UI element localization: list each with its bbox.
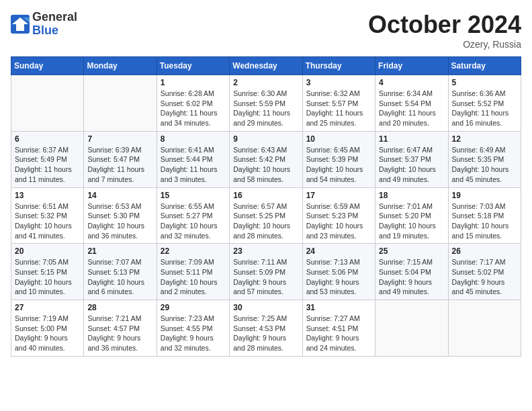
day-info: Sunrise: 6:51 AMSunset: 5:32 PMDaylight:… (15, 201, 80, 241)
day-number: 27 (15, 303, 80, 312)
day-info: Sunrise: 7:07 AMSunset: 5:13 PMDaylight:… (87, 257, 152, 297)
day-number: 4 (379, 78, 444, 87)
day-number: 23 (233, 246, 298, 256)
day-number: 6 (15, 134, 80, 144)
day-info: Sunrise: 6:32 AMSunset: 5:57 PMDaylight:… (306, 89, 371, 128)
weekday-header: Thursday (302, 57, 375, 75)
day-info: Sunrise: 6:55 AMSunset: 5:27 PMDaylight:… (161, 201, 226, 241)
day-info: Sunrise: 6:47 AMSunset: 5:37 PMDaylight:… (379, 145, 444, 185)
location: Ozery, Russia (368, 39, 521, 50)
day-number: 26 (452, 246, 517, 256)
calendar-cell: 6Sunrise: 6:37 AMSunset: 5:49 PMDaylight… (11, 131, 84, 187)
calendar-cell: 25Sunrise: 7:15 AMSunset: 5:04 PMDayligh… (375, 244, 448, 300)
calendar-cell: 9Sunrise: 6:43 AMSunset: 5:42 PMDaylight… (230, 131, 302, 187)
day-number: 17 (306, 191, 371, 200)
calendar-cell: 18Sunrise: 7:01 AMSunset: 5:20 PMDayligh… (375, 187, 448, 244)
day-number: 24 (306, 246, 371, 256)
day-info: Sunrise: 7:03 AMSunset: 5:18 PMDaylight:… (452, 201, 517, 241)
day-number: 1 (161, 78, 226, 87)
weekday-header: Wednesday (230, 57, 302, 75)
calendar-cell: 16Sunrise: 6:57 AMSunset: 5:25 PMDayligh… (230, 187, 302, 244)
weekday-header: Friday (375, 57, 448, 75)
calendar-cell (375, 300, 448, 357)
calendar-cell (448, 300, 521, 357)
calendar-body: 1Sunrise: 6:28 AMSunset: 6:02 PMDaylight… (11, 75, 521, 357)
weekday-header-row: SundayMondayTuesdayWednesdayThursdayFrid… (11, 57, 521, 75)
day-info: Sunrise: 7:27 AMSunset: 4:51 PMDaylight:… (306, 314, 371, 353)
day-info: Sunrise: 7:01 AMSunset: 5:20 PMDaylight:… (379, 201, 444, 241)
calendar-cell: 8Sunrise: 6:41 AMSunset: 5:44 PMDaylight… (157, 131, 229, 187)
calendar-cell: 11Sunrise: 6:47 AMSunset: 5:37 PMDayligh… (375, 131, 448, 187)
day-number: 13 (15, 191, 80, 200)
day-info: Sunrise: 7:25 AMSunset: 4:53 PMDaylight:… (233, 314, 298, 353)
day-number: 16 (233, 191, 298, 200)
day-number: 8 (161, 134, 226, 144)
calendar-cell: 14Sunrise: 6:53 AMSunset: 5:30 PMDayligh… (84, 187, 157, 244)
day-number: 7 (87, 134, 152, 144)
day-number: 31 (306, 303, 371, 312)
day-info: Sunrise: 6:39 AMSunset: 5:47 PMDaylight:… (87, 145, 152, 185)
calendar-table: SundayMondayTuesdayWednesdayThursdayFrid… (11, 56, 521, 357)
day-number: 3 (306, 78, 371, 87)
calendar-cell: 24Sunrise: 7:13 AMSunset: 5:06 PMDayligh… (302, 244, 375, 300)
calendar-cell: 29Sunrise: 7:23 AMSunset: 4:55 PMDayligh… (157, 300, 229, 357)
calendar-cell: 26Sunrise: 7:17 AMSunset: 5:02 PMDayligh… (448, 244, 521, 300)
calendar-cell: 22Sunrise: 7:09 AMSunset: 5:11 PMDayligh… (157, 244, 229, 300)
calendar-cell: 10Sunrise: 6:45 AMSunset: 5:39 PMDayligh… (302, 131, 375, 187)
day-number: 30 (233, 303, 298, 312)
day-number: 25 (379, 246, 444, 256)
day-info: Sunrise: 6:43 AMSunset: 5:42 PMDaylight:… (233, 145, 298, 185)
calendar-cell: 7Sunrise: 6:39 AMSunset: 5:47 PMDaylight… (84, 131, 157, 187)
day-number: 19 (452, 191, 517, 200)
day-info: Sunrise: 7:19 AMSunset: 5:00 PMDaylight:… (15, 314, 80, 353)
calendar-cell: 19Sunrise: 7:03 AMSunset: 5:18 PMDayligh… (448, 187, 521, 244)
day-info: Sunrise: 6:34 AMSunset: 5:54 PMDaylight:… (379, 89, 444, 128)
day-info: Sunrise: 6:45 AMSunset: 5:39 PMDaylight:… (306, 145, 371, 185)
day-info: Sunrise: 7:23 AMSunset: 4:55 PMDaylight:… (161, 314, 226, 353)
day-info: Sunrise: 6:36 AMSunset: 5:52 PMDaylight:… (452, 89, 517, 128)
calendar-cell: 12Sunrise: 6:49 AMSunset: 5:35 PMDayligh… (448, 131, 521, 187)
day-info: Sunrise: 7:17 AMSunset: 5:02 PMDaylight:… (452, 257, 517, 297)
day-number: 2 (233, 78, 298, 87)
day-info: Sunrise: 6:49 AMSunset: 5:35 PMDaylight:… (452, 145, 517, 185)
calendar-cell: 20Sunrise: 7:05 AMSunset: 5:15 PMDayligh… (11, 244, 84, 300)
logo-icon (11, 15, 30, 34)
calendar-week-row: 13Sunrise: 6:51 AMSunset: 5:32 PMDayligh… (11, 187, 521, 244)
day-number: 12 (452, 134, 517, 144)
weekday-header: Monday (84, 57, 157, 75)
day-number: 20 (15, 246, 80, 256)
day-info: Sunrise: 6:53 AMSunset: 5:30 PMDaylight:… (87, 201, 152, 241)
day-info: Sunrise: 6:41 AMSunset: 5:44 PMDaylight:… (161, 145, 226, 185)
day-info: Sunrise: 7:15 AMSunset: 5:04 PMDaylight:… (379, 257, 444, 297)
logo-blue: Blue (32, 24, 77, 38)
day-number: 5 (452, 78, 517, 87)
day-info: Sunrise: 7:09 AMSunset: 5:11 PMDaylight:… (161, 257, 226, 297)
day-info: Sunrise: 6:59 AMSunset: 5:23 PMDaylight:… (306, 201, 371, 241)
calendar-cell: 15Sunrise: 6:55 AMSunset: 5:27 PMDayligh… (157, 187, 229, 244)
calendar-cell: 3Sunrise: 6:32 AMSunset: 5:57 PMDaylight… (302, 75, 375, 132)
day-number: 11 (379, 134, 444, 144)
calendar-cell: 1Sunrise: 6:28 AMSunset: 6:02 PMDaylight… (157, 75, 229, 132)
day-number: 18 (379, 191, 444, 200)
logo-text: General Blue (32, 11, 77, 38)
calendar-week-row: 20Sunrise: 7:05 AMSunset: 5:15 PMDayligh… (11, 244, 521, 300)
day-number: 15 (161, 191, 226, 200)
calendar-cell: 23Sunrise: 7:11 AMSunset: 5:09 PMDayligh… (230, 244, 302, 300)
calendar-cell: 27Sunrise: 7:19 AMSunset: 5:00 PMDayligh… (11, 300, 84, 357)
day-number: 28 (87, 303, 152, 312)
weekday-header: Tuesday (157, 57, 229, 75)
day-number: 29 (161, 303, 226, 312)
calendar-cell: 5Sunrise: 6:36 AMSunset: 5:52 PMDaylight… (448, 75, 521, 132)
day-number: 10 (306, 134, 371, 144)
day-number: 9 (233, 134, 298, 144)
calendar-cell (11, 75, 84, 132)
calendar-cell: 31Sunrise: 7:27 AMSunset: 4:51 PMDayligh… (302, 300, 375, 357)
calendar-cell: 30Sunrise: 7:25 AMSunset: 4:53 PMDayligh… (230, 300, 302, 357)
title-block: October 2024 Ozery, Russia (368, 11, 521, 50)
month-title: October 2024 (368, 11, 521, 39)
calendar-cell: 4Sunrise: 6:34 AMSunset: 5:54 PMDaylight… (375, 75, 448, 132)
day-info: Sunrise: 6:28 AMSunset: 6:02 PMDaylight:… (161, 89, 226, 128)
day-info: Sunrise: 6:37 AMSunset: 5:49 PMDaylight:… (15, 145, 80, 185)
calendar-cell: 13Sunrise: 6:51 AMSunset: 5:32 PMDayligh… (11, 187, 84, 244)
day-info: Sunrise: 6:57 AMSunset: 5:25 PMDaylight:… (233, 201, 298, 241)
